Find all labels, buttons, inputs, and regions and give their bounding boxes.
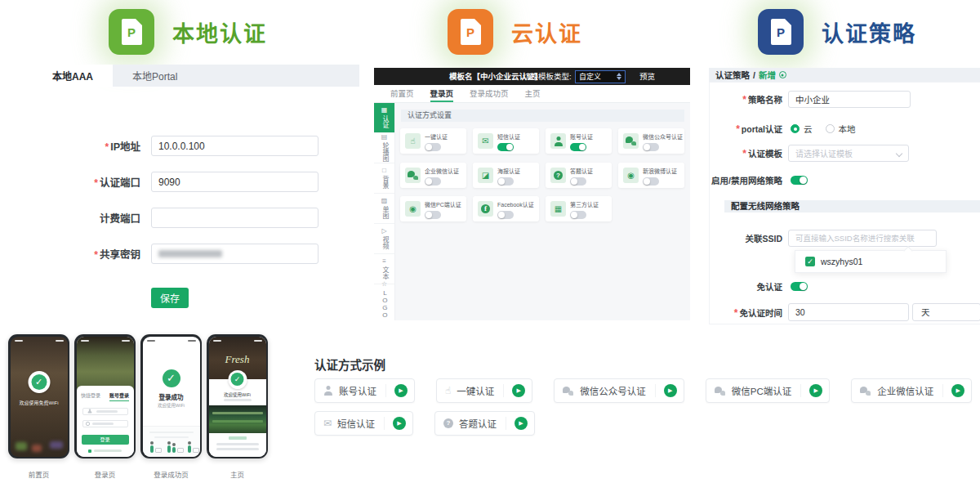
text-icon	[382, 258, 386, 265]
auth-template-select[interactable]: 请选择认证模板	[788, 145, 909, 162]
sidebar-item-carousel[interactable]: 轮播图	[374, 133, 394, 163]
username-field[interactable]	[82, 408, 128, 415]
example-account-auth[interactable]: 账号认证 ▶	[314, 378, 415, 403]
local-auth-header: P 本地认证	[109, 9, 267, 55]
method-toggle[interactable]	[643, 143, 659, 151]
play-icon[interactable]: ▶	[394, 384, 408, 397]
local-doc-icon: P	[109, 9, 154, 55]
tab-login-page[interactable]: 登录页	[430, 85, 454, 102]
wechat-icon	[563, 387, 574, 396]
tab-local-aaa[interactable]: 本地AAA	[33, 65, 113, 87]
sidebar-item-logo[interactable]: LOGO	[374, 284, 394, 315]
policy-title: 认证策略	[822, 16, 916, 48]
method-label: 短信认证	[497, 132, 520, 141]
phone-screen: ✓ 登录成功 欢迎使用WiFi	[143, 337, 200, 457]
auth-port-input[interactable]	[151, 172, 318, 192]
example-sms-auth[interactable]: 短信认证 ▶	[314, 411, 413, 436]
free-time-unit: 天	[912, 303, 980, 321]
success-check-icon: ✓	[163, 369, 180, 387]
example-wechat-pc-auth[interactable]: 微信PC端认证 ▶	[706, 378, 830, 403]
method-toggle[interactable]	[425, 143, 441, 151]
example-wecom-auth[interactable]: 企业微信认证 ▶	[851, 378, 972, 403]
method-toggle[interactable]	[570, 211, 586, 219]
tab-home-page[interactable]: 主页	[525, 85, 541, 102]
example-quiz-auth[interactable]: 答题认证 ▶	[434, 411, 535, 436]
phone-caption: 登录成功页	[140, 469, 202, 479]
template-type-select[interactable]: 自定义	[575, 70, 626, 83]
play-wrap: ▶	[655, 384, 677, 397]
masked-value	[158, 250, 222, 257]
brand-logo: ✓	[228, 370, 247, 389]
method-label: 账号认证	[570, 132, 593, 141]
play-icon[interactable]: ▶	[809, 384, 822, 397]
sidebar-label: 认证	[381, 115, 388, 128]
example-onekey-auth[interactable]: 一键认证 ▶	[436, 378, 532, 403]
example-label: 微信公众号认证	[580, 384, 646, 397]
cloud-tabs: 前置页 登录页 登录成功页 主页	[374, 85, 690, 103]
play-icon[interactable]: ▶	[664, 384, 677, 397]
example-label: 一键认证	[457, 384, 494, 397]
check-logo-icon: ✓	[31, 374, 47, 390]
play-wrap: ▶	[506, 417, 528, 430]
shared-key-input[interactable]	[151, 244, 318, 264]
shared-key-label: *共享密钥	[33, 246, 140, 262]
method-toggle[interactable]	[497, 143, 514, 151]
tab-quick-login[interactable]: 快捷登录	[81, 391, 100, 401]
ssid-search-input[interactable]	[788, 230, 937, 247]
wecom-icon	[860, 387, 871, 396]
example-wechat-official-auth[interactable]: 微信公众号认证 ▶	[554, 378, 684, 403]
method-toggle[interactable]	[497, 211, 514, 219]
method-toggle[interactable]	[570, 143, 586, 151]
tab-front-page[interactable]: 前置页	[390, 85, 414, 102]
tab-account-login[interactable]: 账号登录	[109, 391, 129, 401]
store-photo	[77, 337, 134, 391]
policy-header: P 认证策略	[758, 9, 916, 55]
password-field[interactable]	[82, 420, 128, 427]
hand-icon	[445, 386, 451, 396]
play-icon[interactable]: ▶	[393, 417, 406, 430]
radio-local[interactable]	[826, 124, 835, 133]
method-toggle[interactable]	[570, 177, 586, 186]
agreement-row[interactable]	[77, 449, 134, 453]
method-toggle[interactable]	[425, 211, 441, 219]
wechat-icon	[623, 133, 639, 149]
sidebar-item-auth[interactable]: 认证	[374, 103, 394, 133]
method-label: 企业微信认证	[425, 167, 459, 175]
play-icon[interactable]: ▶	[951, 384, 964, 397]
method-toggle[interactable]	[425, 177, 441, 186]
enable-policy-toggle[interactable]	[791, 176, 808, 185]
free-time-input[interactable]	[788, 303, 909, 321]
phone-front-page: ✓ 欢迎使用免费WiFi	[8, 334, 69, 458]
method-card: Facebook认证	[473, 196, 539, 221]
sidebar-item-image[interactable]: 单图	[374, 194, 394, 224]
tab-login-success-page[interactable]: 登录成功页	[470, 85, 509, 102]
method-card: 短信认证	[473, 128, 539, 154]
sidebar-item-background[interactable]: 背景	[374, 163, 394, 194]
method-toggle[interactable]	[497, 177, 514, 186]
policy-name-input[interactable]	[788, 91, 911, 108]
ssid-option[interactable]: wszyhys01	[821, 257, 862, 266]
play-icon[interactable]: ▶	[514, 417, 528, 430]
tab-local-portal[interactable]: 本地Portal	[113, 65, 197, 87]
method-toggle[interactable]	[643, 177, 659, 186]
play-icon[interactable]: ▶	[512, 384, 525, 397]
free-auth-toggle[interactable]	[791, 282, 808, 291]
sidebar-item-video[interactable]: 视频	[374, 224, 394, 254]
phone-login-page: 快捷登录 账号登录 登录	[74, 334, 136, 458]
method-card: 新浪微博认证	[618, 163, 684, 188]
checkbox-checked-icon[interactable]: ✓	[805, 257, 815, 266]
save-button[interactable]: 保存	[151, 288, 189, 308]
preview-button[interactable]: 预览	[639, 68, 655, 85]
auth-template-row: *认证模板 请选择认证模板	[710, 145, 909, 162]
thirdparty-grid-icon	[550, 201, 566, 217]
example-label: 微信PC端认证	[732, 384, 791, 397]
target-icon	[779, 71, 786, 78]
acct-port-input[interactable]	[151, 208, 318, 228]
photo-icon	[478, 168, 493, 183]
breadcrumb-root[interactable]: 认证策略	[715, 69, 750, 81]
radio-cloud[interactable]	[791, 124, 800, 133]
agreement-checkbox[interactable]	[88, 449, 91, 453]
login-button[interactable]: 登录	[82, 435, 129, 445]
image-icon	[381, 198, 388, 204]
ip-input[interactable]	[151, 136, 318, 156]
